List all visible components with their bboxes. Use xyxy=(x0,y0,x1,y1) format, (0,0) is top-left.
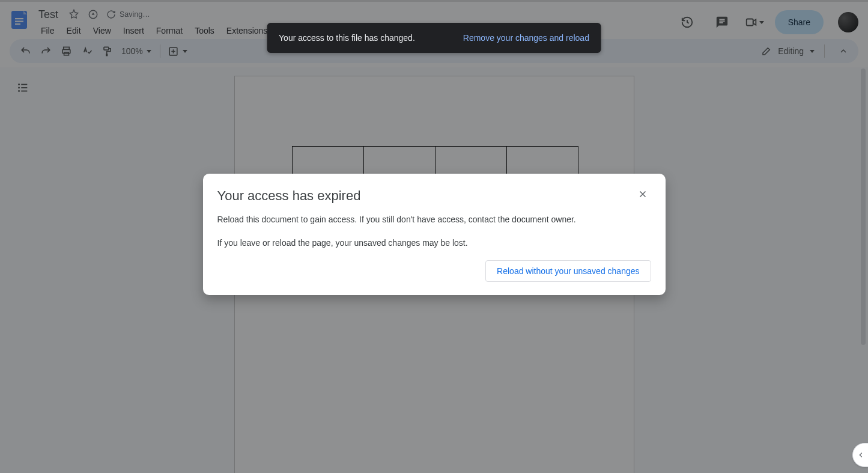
dialog-body: Reload this document to gain access. If … xyxy=(217,213,651,249)
access-expired-dialog: Your access has expired Reload this docu… xyxy=(203,174,666,295)
reload-button[interactable]: Reload without your unsaved changes xyxy=(485,260,651,282)
dialog-title: Your access has expired xyxy=(217,188,361,204)
dialog-text-2: If you leave or reload the page, your un… xyxy=(217,237,651,249)
access-changed-toast: Your access to this file has changed. Re… xyxy=(267,23,601,53)
reload-button-label: Reload without your unsaved changes xyxy=(497,266,639,276)
dialog-close-button[interactable] xyxy=(634,186,651,203)
toast-message: Your access to this file has changed. xyxy=(279,33,415,43)
toast-action-link[interactable]: Remove your changes and reload xyxy=(463,33,589,43)
dialog-text-1: Reload this document to gain access. If … xyxy=(217,213,651,226)
